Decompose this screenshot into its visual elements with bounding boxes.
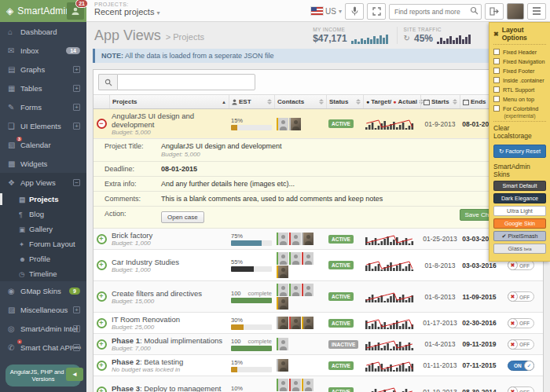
expand-row-button[interactable]: + [97,318,107,328]
expand-row-button[interactable]: + [97,387,107,392]
sidebar-item-miscellaneous[interactable]: ▨Miscellaneous+ [0,300,86,319]
user-avatar[interactable] [507,3,524,20]
voice-command-button[interactable] [345,3,364,20]
checkbox[interactable] [493,96,500,102]
column-projects[interactable]: Projects ▲ [109,95,229,108]
collapse-row-button[interactable]: − [97,119,107,129]
skin-button-ultra-light[interactable]: Ultra Light [493,206,546,216]
menu-button[interactable] [527,3,546,20]
layout-option-rtl-support[interactable]: RTL Support [493,85,546,94]
contact-photo-avatar[interactable] [302,317,314,329]
contact-avatar[interactable] [289,252,301,265]
sidebar-item-forum-layout[interactable]: ✦Forum Layout [0,236,86,251]
open-case-button[interactable]: Open case [161,211,204,223]
contact-avatar[interactable] [277,379,288,391]
row-toggle-off[interactable]: OFF✖ [508,339,534,350]
expand-row-button[interactable]: + [97,361,107,371]
sidebar-item-widgets[interactable]: ▩Widgets [0,154,86,173]
contact-avatar[interactable] [277,338,288,350]
layout-option-for-colorblind[interactable]: For Colorblind [493,104,546,113]
expand-toggle-icon[interactable]: − [73,179,80,186]
contact-avatar[interactable] [277,118,288,130]
layout-option-menu-on-top[interactable]: Menu on top [493,94,546,104]
sidebar-item-gallery[interactable]: ▣Gallery [0,222,86,236]
contact-photo-avatar[interactable] [302,233,314,245]
contact-avatar[interactable] [277,252,288,265]
sidebar-item-projects[interactable]: ▤Projects [0,192,86,207]
layout-option-inside-container[interactable]: Inside .container [493,75,546,85]
checkbox[interactable] [493,58,500,64]
skin-button-google-skin[interactable]: Google Skin [493,218,546,229]
row-toggle-off[interactable]: OFF✖ [508,291,534,302]
checkbox[interactable] [493,105,500,112]
layout-option-fixed-header[interactable]: Fixed Header [493,47,546,57]
expand-toggle-icon[interactable]: + [73,85,80,92]
sidebar-item-calendar[interactable]: ▧3Calendar [0,135,86,154]
expand-toggle-icon[interactable]: + [73,123,80,130]
header-search-input[interactable] [389,4,482,20]
sidebar-item-dashboard[interactable]: ⌂Dashboard [0,22,86,41]
row-toggle-off[interactable]: OFF✖ [508,387,534,392]
contact-photo-avatar[interactable] [277,266,288,278]
checkbox[interactable] [493,77,500,83]
sidebar-item-app-views[interactable]: ❖App Views− [0,173,86,192]
sidebar-item-timeline[interactable]: ◷Timeline [0,266,86,281]
sidebar-item-graphs[interactable]: ▤Graphs+ [0,60,86,79]
skin-button-dark-elegance[interactable]: Dark Elegance [493,193,546,203]
contact-avatar[interactable] [289,379,301,391]
contact-avatar[interactable] [302,284,314,296]
sidebar-item-tables[interactable]: ▦Tables+ [0,79,86,97]
contact-photo-avatar[interactable] [277,297,288,310]
contact-photo-avatar[interactable] [289,317,301,329]
expand-toggle-icon[interactable]: + [73,66,80,73]
checkbox[interactable] [493,86,500,93]
expand-row-button[interactable]: + [97,339,107,350]
column-target-actual[interactable]: ● Target/ ● Actual [363,95,420,108]
logout-button[interactable] [485,3,504,20]
contact-photo-avatar[interactable] [277,359,288,372]
expand-toggle-icon[interactable]: + [73,306,80,313]
sidebar-item-smartadmin-intel[interactable]: ◎SmartAdmin Intel+ [0,319,86,338]
expand-row-button[interactable]: + [97,260,107,270]
sidebar-item-forms[interactable]: ✎Forms+ [0,97,86,116]
sidebar-item-smart-chat-api[interactable]: ✆•Smart Chat APIbeta+ [0,338,86,357]
fullscreen-button[interactable] [367,3,386,20]
column-est[interactable]: EST [229,95,274,108]
contact-avatar[interactable] [302,252,314,265]
contact-avatar[interactable] [289,233,301,245]
checkbox[interactable] [493,49,500,55]
sidebar-item-gmap-skins[interactable]: ◉GMap Skins9 [0,281,86,300]
column-status[interactable]: Status [326,95,363,108]
column-contacts[interactable]: Contacts [274,95,326,108]
expand-toggle-icon[interactable]: + [73,344,80,351]
row-toggle-off[interactable]: OFF✖ [508,318,534,328]
contact-avatar[interactable] [277,233,288,245]
column-starts[interactable]: Starts [420,95,460,108]
close-icon[interactable]: ✖ [493,31,499,38]
skin-button-pixelsmash[interactable]: ✔PixelSmash [493,231,546,241]
expand-toggle-icon[interactable]: + [73,104,80,111]
expand-row-button[interactable]: + [97,291,107,302]
layout-option-fixed-navigation[interactable]: Fixed Navigation [493,57,546,66]
sidebar-item-profile[interactable]: ☻Profile [0,251,86,266]
contact-avatar[interactable] [302,379,314,391]
checkbox[interactable] [493,68,500,74]
contact-avatar[interactable] [277,284,288,296]
sidebar-item-inbox[interactable]: ✉Inbox14 [0,41,86,60]
table-search-input[interactable] [117,74,255,90]
activity-button[interactable]: 21 [67,2,84,20]
collapse-sidebar-button[interactable]: ◄ [66,368,83,381]
sidebar-item-blog[interactable]: ¶Blog [0,207,86,222]
recent-projects-dropdown[interactable]: Recent projects ▾ [94,7,160,16]
skin-button-smart-default[interactable]: Smart Default [493,181,546,191]
skin-button-glass[interactable]: Glassbeta [493,244,546,254]
expand-row-button[interactable]: + [97,234,107,244]
expand-toggle-icon[interactable]: + [73,325,80,332]
language-dropdown[interactable]: US ▾ [311,7,342,16]
contact-photo-avatar[interactable] [289,118,301,130]
contact-avatar[interactable] [289,284,301,296]
layout-option-fixed-footer[interactable]: Fixed Footer [493,66,546,75]
sidebar-item-ui-elements[interactable]: ❑UI Elements+ [0,116,86,135]
contact-photo-avatar[interactable] [277,317,288,329]
factory-reset-button[interactable]: ↻ Factory Reset [493,145,546,158]
